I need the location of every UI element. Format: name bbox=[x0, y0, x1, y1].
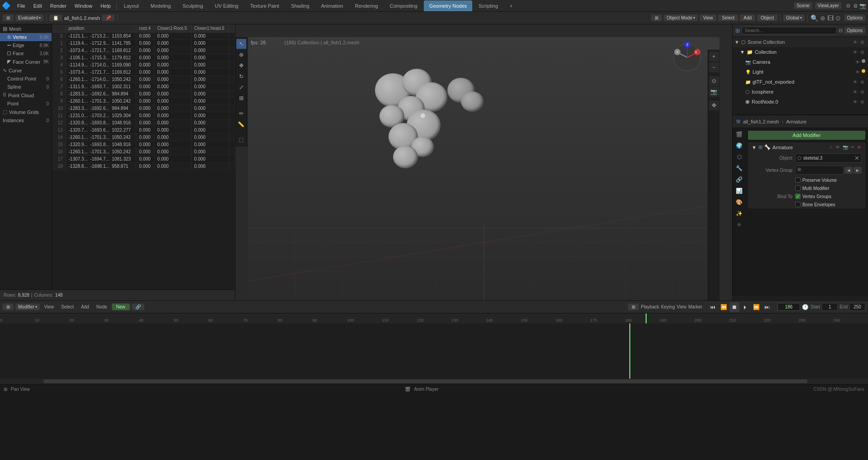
table-row[interactable]: 1 -1119.4... -1712.9... 1141.785 0.000 0… bbox=[52, 40, 235, 47]
menu-file[interactable]: File bbox=[14, 2, 29, 9]
shader-view-btn[interactable]: View bbox=[42, 304, 57, 310]
viewport-camera[interactable]: 📷 bbox=[709, 87, 719, 97]
tab-texture-paint[interactable]: Texture Paint bbox=[245, 0, 284, 11]
viewport-mode-btn[interactable]: ⊞ bbox=[651, 14, 662, 21]
spreadsheet-mode-btn[interactable]: ⊞ bbox=[3, 14, 14, 21]
tree-face[interactable]: Face 3.0K bbox=[0, 49, 52, 57]
navigation-gizmo[interactable]: X Y Z bbox=[671, 42, 703, 73]
shader-node-btn[interactable]: Node bbox=[94, 304, 110, 310]
outliner-collection[interactable]: ▼ 📁 Collection 👁 ⚙ bbox=[733, 47, 868, 57]
modifier-enable-btn[interactable]: ✓ bbox=[828, 144, 834, 150]
tree-point[interactable]: Point 0 bbox=[0, 100, 52, 108]
viewport-zoom-in[interactable]: + bbox=[709, 52, 719, 62]
col-clown-head6[interactable]: Clown1:head.6 bbox=[191, 24, 229, 33]
table-row[interactable]: 8 -1283.3... -1692.6... 984.894 0.000 0.… bbox=[52, 90, 235, 98]
viewport-object-btn[interactable]: Object bbox=[757, 14, 777, 21]
vertex-group-prev-btn[interactable]: ◄ bbox=[844, 167, 853, 174]
outliner-light[interactable]: 💡 Light 👁 bbox=[733, 67, 868, 77]
shader-add-btn[interactable]: Add bbox=[78, 304, 92, 310]
tool-annotate[interactable]: ✏ bbox=[236, 109, 246, 119]
table-row[interactable]: 0 -1121.1... -1713.2... 1153.854 0.000 0… bbox=[52, 33, 235, 40]
menu-edit[interactable]: Edit bbox=[30, 2, 46, 9]
timeline-marker-label[interactable]: Marker bbox=[688, 304, 702, 309]
link-btn[interactable]: 🔗 bbox=[132, 304, 144, 310]
tab-sculpting[interactable]: Sculpting bbox=[177, 0, 208, 11]
tab-shading[interactable]: Shading bbox=[286, 0, 315, 11]
scene-collection-eye[interactable]: 👁 bbox=[852, 39, 858, 45]
col-position[interactable]: position bbox=[66, 24, 136, 33]
object-icon-btn[interactable]: 📋 bbox=[49, 14, 62, 21]
current-frame-input[interactable] bbox=[777, 303, 800, 311]
table-row[interactable]: 2 -1073.4... -1721.7... 1169.812 0.000 0… bbox=[52, 47, 235, 54]
table-row[interactable]: 5 -1073.4... -1721.7... 1169.812 0.000 0… bbox=[52, 69, 235, 76]
tree-spline[interactable]: Spline 0 bbox=[0, 83, 52, 91]
collection-restrict[interactable]: ⚙ bbox=[859, 49, 865, 55]
table-row[interactable]: 16 -1260.1... -1701.3... 1050.242 0.000 … bbox=[52, 148, 235, 156]
table-row[interactable]: 17 -1307.3... -1694.7... 1081.323 0.000 … bbox=[52, 156, 235, 163]
menu-render[interactable]: Render bbox=[47, 2, 70, 9]
gltf-eye[interactable]: 👁 bbox=[852, 79, 858, 85]
timeline-keying-label[interactable]: Keying bbox=[661, 304, 675, 309]
modifier-close-btn[interactable]: ✕ bbox=[856, 144, 862, 150]
object-mode-dropdown[interactable]: Object Mode bbox=[664, 14, 698, 21]
menu-help[interactable]: Help bbox=[97, 2, 115, 9]
tree-curve[interactable]: ∿ Curve bbox=[0, 66, 52, 75]
shader-mode-btn[interactable]: ⊞ bbox=[3, 304, 14, 310]
props-tab-physics[interactable]: ⚛ bbox=[734, 219, 745, 230]
end-frame-input[interactable] bbox=[849, 303, 865, 311]
outliner-filter-icon[interactable]: ⊟ bbox=[839, 28, 843, 33]
pin-btn[interactable]: 📌 bbox=[102, 14, 115, 21]
props-tab-modifier[interactable]: 🔧 bbox=[734, 163, 745, 174]
multi-modifier-checkbox[interactable]: Multi Modifier bbox=[795, 185, 829, 191]
modifier-edit-btn[interactable]: ✏ bbox=[850, 144, 855, 150]
timeline-playback-label[interactable]: Playback bbox=[641, 304, 659, 309]
tree-instances[interactable]: Instances 0 bbox=[0, 116, 52, 124]
tab-geometry-nodes[interactable]: Geometry Nodes bbox=[424, 0, 472, 11]
outliner-search-input[interactable] bbox=[742, 27, 837, 34]
tab-add[interactable]: + bbox=[504, 0, 518, 11]
tree-face-corner[interactable]: ◤ Face Corner 9K bbox=[0, 57, 52, 66]
table-row[interactable]: 3 -1106.1... -1715.3... 1179.812 0.000 0… bbox=[52, 54, 235, 62]
tree-edge[interactable]: Edge 8.9K bbox=[0, 41, 52, 49]
tab-scripting[interactable]: Scripting bbox=[473, 0, 504, 11]
menu-window[interactable]: Window bbox=[71, 2, 96, 9]
gltf-restrict[interactable]: ⚙ bbox=[859, 79, 865, 85]
tree-vertex[interactable]: Vertex 8.9K bbox=[0, 33, 52, 41]
outliner-camera[interactable]: 📷 Camera 👁 bbox=[733, 57, 868, 67]
outliner-icosphere[interactable]: ⬡ Icosphere 👁 ⚙ bbox=[733, 87, 868, 97]
vertex-groups-checkbox[interactable]: ✓ Vertex Groups bbox=[795, 194, 831, 199]
viewport-ortho[interactable]: ⊙ bbox=[709, 76, 719, 86]
props-tab-constraints[interactable]: 🔗 bbox=[734, 174, 745, 185]
table-row[interactable]: 6 -1260.1... -1714.0... 1050.242 0.000 0… bbox=[52, 76, 235, 83]
play-stop[interactable]: ⏹ bbox=[729, 302, 739, 312]
preserve-volume-checkbox[interactable]: Preserve Volume bbox=[795, 177, 837, 183]
tool-move[interactable]: ✥ bbox=[236, 61, 246, 71]
scene-selector[interactable]: Scene bbox=[794, 2, 812, 9]
viewport-pan[interactable]: ✥ bbox=[709, 100, 719, 110]
table-row[interactable]: 9 -1260.1... -1701.3... 1050.242 0.000 0… bbox=[52, 98, 235, 105]
play-jump-end[interactable]: ⏭ bbox=[762, 302, 772, 312]
props-tab-particles[interactable]: ✨ bbox=[734, 208, 745, 219]
play-button[interactable]: ⏵ bbox=[740, 302, 750, 312]
table-row[interactable]: 14 -1260.1... -1701.3... 1050.242 0.000 … bbox=[52, 134, 235, 141]
status-anim-player[interactable]: Anim Player bbox=[414, 387, 438, 392]
playback-timeline-btn[interactable]: ⊞ bbox=[628, 304, 639, 310]
props-tab-scene[interactable]: 🎬 bbox=[734, 129, 745, 140]
outliner-gltf[interactable]: 📁 glTF_not_exported 👁 ⚙ bbox=[733, 77, 868, 87]
table-row[interactable]: 12 -1320.9... -1693.8... 1048.916 0.000 … bbox=[52, 119, 235, 127]
table-row[interactable]: 15 -1320.9... -1693.8... 1048.916 0.000 … bbox=[52, 141, 235, 148]
timeline-view-label[interactable]: View bbox=[676, 304, 686, 309]
tree-control-point[interactable]: Control Point 0 bbox=[0, 75, 52, 83]
outliner-rootnode[interactable]: ⬢ RootNode.0 👁 ⚙ bbox=[733, 97, 868, 107]
scene-collection-restrict[interactable]: ⚙ bbox=[859, 39, 865, 45]
evaluate-mode-dropdown[interactable]: Evaluated bbox=[15, 14, 43, 21]
tree-volume-grids[interactable]: ⬚ Volume Grids bbox=[0, 108, 52, 116]
tool-cursor[interactable]: ⊕ bbox=[236, 50, 246, 60]
rootnode-restrict[interactable]: ⚙ bbox=[859, 99, 865, 105]
tab-modeling[interactable]: Modeling bbox=[145, 0, 177, 11]
tool-scale[interactable]: ⤢ bbox=[236, 82, 246, 92]
table-row[interactable]: 13 -1320.7... -1693.6... 1022.277 0.000 … bbox=[52, 127, 235, 134]
props-tab-data[interactable]: 📊 bbox=[734, 185, 745, 196]
tree-mesh[interactable]: ▤ Mesh bbox=[0, 24, 52, 33]
timeline-scrollbar-thumb[interactable] bbox=[43, 379, 807, 383]
